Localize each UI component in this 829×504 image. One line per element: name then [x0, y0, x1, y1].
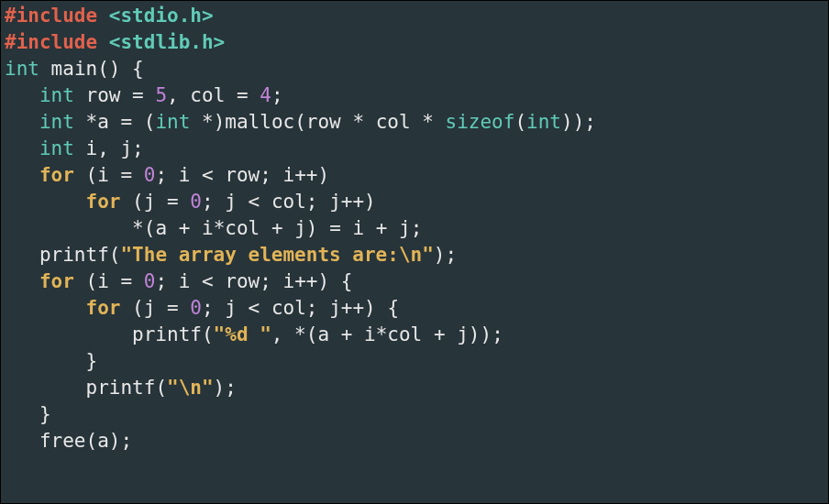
- type: int: [39, 111, 74, 133]
- punct: }: [86, 350, 98, 372]
- ident: row: [214, 270, 260, 292]
- string: "The array elements are:\n": [120, 244, 433, 266]
- punct: (: [155, 377, 167, 399]
- op: +: [179, 217, 191, 239]
- ident: *a: [74, 111, 121, 133]
- punct: ));: [469, 323, 503, 345]
- ident: i: [271, 164, 294, 186]
- code-line: for (j = 0; j < col; j++): [5, 191, 376, 213]
- punct: ;: [260, 270, 271, 292]
- indent: [5, 137, 39, 159]
- ident: *: [132, 217, 144, 239]
- code-line: }: [5, 403, 51, 425]
- punct: ,: [271, 323, 294, 345]
- punct: (: [120, 297, 143, 319]
- ident: i: [167, 270, 202, 292]
- include-path: <stdlib.h>: [109, 31, 225, 53]
- op: +: [434, 323, 446, 345]
- ident: j: [387, 217, 410, 239]
- punct: ,: [167, 84, 179, 106]
- op: *: [376, 323, 388, 345]
- include-path: <stdio.h>: [109, 5, 214, 27]
- op: =: [167, 297, 179, 319]
- indent: [5, 191, 86, 213]
- ident: i: [352, 323, 375, 345]
- type: int: [5, 58, 39, 80]
- ident: a: [317, 323, 340, 345]
- punct: (: [202, 323, 214, 345]
- op: ++: [294, 164, 317, 186]
- op: <: [249, 191, 260, 213]
- punct: ): [306, 217, 318, 239]
- code-line: printf("\n");: [5, 377, 237, 399]
- indent: [5, 323, 132, 345]
- function-name: free: [39, 430, 86, 452]
- indent: [5, 217, 132, 239]
- code-line: int *a = (int *)malloc(row * col * sizeo…: [5, 111, 596, 133]
- punct: ));: [561, 111, 596, 133]
- indent: [5, 164, 39, 186]
- code-line: #include <stdio.h>: [5, 5, 214, 27]
- punct: );: [214, 377, 237, 399]
- keyword: for: [39, 164, 74, 186]
- indent: [5, 350, 86, 372]
- indent: [5, 297, 86, 319]
- function-name: malloc: [225, 111, 294, 133]
- code-line: #include <stdlib.h>: [5, 31, 225, 53]
- indent: [5, 403, 39, 425]
- ident: j: [318, 191, 341, 213]
- keyword: for: [86, 191, 121, 213]
- indent: [5, 270, 39, 292]
- code-line: }: [5, 350, 97, 372]
- punct: ): [318, 164, 330, 186]
- type: int: [39, 137, 74, 159]
- indent: [5, 244, 39, 266]
- ident: i: [97, 164, 120, 186]
- punct: ;: [155, 164, 167, 186]
- function-name: printf: [39, 244, 109, 266]
- op: +: [271, 217, 283, 239]
- ident: *: [294, 323, 306, 345]
- ident: i, j;: [74, 137, 144, 159]
- op: +: [341, 323, 353, 345]
- function-name: printf: [132, 323, 202, 345]
- ident: j: [214, 191, 249, 213]
- punct: (): [97, 58, 120, 80]
- string: "\n": [167, 377, 214, 399]
- code-line: for (i = 0; i < row; i++) {: [5, 270, 352, 292]
- number: 4: [260, 84, 271, 106]
- op: <: [249, 297, 260, 319]
- ident: a: [155, 217, 178, 239]
- op: <: [202, 164, 214, 186]
- punct: ) {: [318, 270, 353, 292]
- preproc-keyword: #include: [5, 5, 97, 27]
- indent: [5, 377, 86, 399]
- punct: ;: [202, 297, 214, 319]
- op: ++: [341, 191, 364, 213]
- number: 0: [190, 297, 202, 319]
- ident: i: [167, 164, 202, 186]
- punct: ;: [411, 217, 423, 239]
- function-name: main: [51, 58, 98, 80]
- op: =: [120, 270, 132, 292]
- punct: (: [74, 270, 97, 292]
- code-line: printf("%d ", *(a + i*col + j));: [5, 323, 503, 345]
- number: 0: [144, 270, 156, 292]
- type: int: [526, 111, 561, 133]
- indent: [5, 111, 39, 133]
- ident: j: [318, 297, 341, 319]
- punct: (: [144, 111, 156, 133]
- ident: i: [271, 270, 294, 292]
- punct: ;: [155, 270, 167, 292]
- punct: (: [86, 430, 98, 452]
- string: "%d ": [214, 323, 271, 345]
- op: ++: [341, 297, 364, 319]
- punct: (: [120, 191, 143, 213]
- op: *: [214, 217, 226, 239]
- code-line: free(a);: [5, 430, 132, 452]
- function-name: printf: [86, 377, 156, 399]
- code-block: #include <stdio.h> #include <stdlib.h> i…: [0, 0, 829, 504]
- ident: j: [144, 191, 167, 213]
- op: =: [167, 191, 179, 213]
- number: 0: [190, 191, 202, 213]
